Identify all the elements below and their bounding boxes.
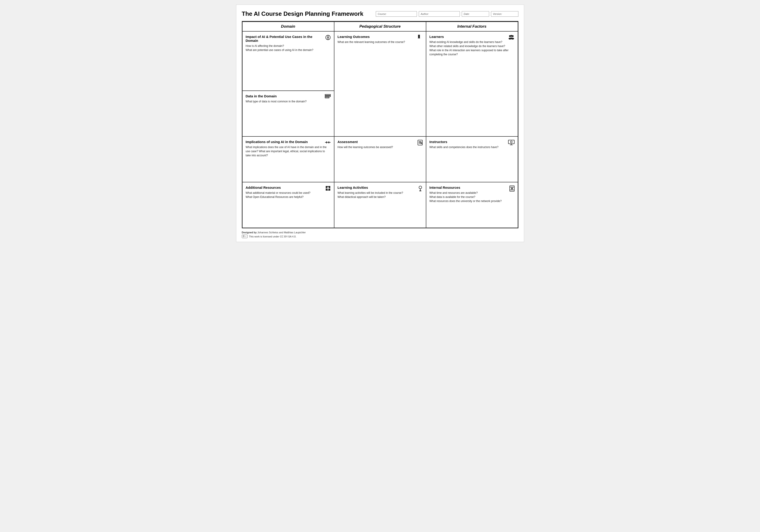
svg-marker-4	[418, 35, 420, 39]
page: The AI Course Design Planning Framework …	[236, 5, 524, 242]
card-domain-data: Data in the Domain What type of data is …	[242, 91, 334, 136]
svg-point-7	[510, 35, 512, 37]
card-assessment-title: Assessment	[338, 140, 423, 144]
card-additional-resources: Additional Resources What additional mat…	[242, 182, 334, 228]
page-title: The AI Course Design Planning Framework	[242, 10, 363, 17]
footer-designers: Johannes Schleiss and Matthias Laupichle…	[258, 231, 306, 234]
svg-rect-19	[508, 140, 514, 144]
card-learners: Learners What existing AI knowledge and …	[426, 31, 518, 136]
main-grid: Domain Pedagogical Structure Internal Fa…	[242, 21, 518, 228]
card-learning-outcomes-title: Learning Outcomes	[338, 35, 423, 39]
card-learning-outcomes-body: What are the relevant learning outcomes …	[338, 40, 423, 44]
card-additional-resources-title: Additional Resources	[246, 186, 331, 190]
svg-rect-13	[325, 97, 329, 98]
instructors-icon	[508, 140, 514, 147]
version-label: Version:	[493, 13, 502, 15]
internal-resources-icon	[509, 186, 514, 193]
svg-point-25	[419, 186, 422, 189]
domain-impact-icon	[325, 35, 331, 42]
course-field[interactable]: Course:	[376, 11, 417, 17]
col3-header: Internal Factors	[426, 22, 518, 31]
date-label: Date:	[464, 13, 470, 15]
version-field[interactable]: Version:	[491, 11, 518, 17]
card-instructors-title: Instructors	[429, 140, 514, 144]
card-domain-implications-body: What implications does the use of AI hav…	[246, 145, 331, 157]
card-learning-outcomes: Learning Outcomes What are the relevant …	[334, 31, 426, 136]
additional-resources-icon: +	[325, 186, 331, 193]
svg-point-1	[327, 37, 329, 38]
svg-rect-18	[421, 143, 422, 144]
card-assessment: Assessment How will the learning outcome…	[334, 136, 426, 182]
card-internal-resources-body: What time and resources are available?Wh…	[429, 191, 514, 203]
header-fields: Course: Author: Date: Version:	[376, 11, 518, 17]
footer-designed-label: Designed by	[242, 231, 257, 234]
card-learners-body: What existing AI knowledge and skills do…	[429, 40, 514, 57]
card-internal-resources-title: Internal Resources	[429, 186, 514, 190]
card-learning-activities-title: Learning Activities	[338, 186, 423, 190]
assessment-icon	[418, 140, 423, 147]
footer-designed-by: Designed by Johannes Schleiss and Matthi…	[242, 231, 518, 234]
learners-icon	[508, 35, 514, 41]
date-field[interactable]: Date:	[462, 11, 489, 17]
card-learners-title: Learners	[429, 35, 514, 39]
svg-marker-34	[511, 187, 513, 190]
footer: Designed by Johannes Schleiss and Matthi…	[242, 231, 518, 238]
card-instructors-body: What skills and competencies does the in…	[429, 145, 514, 149]
card-domain-implications-title: Implications of using AI in the Domain	[246, 140, 331, 144]
card-domain-data-title: Data in the Domain	[246, 94, 331, 98]
card-assessment-body: How will the learning outcomes be assess…	[338, 145, 423, 149]
cc-badge: © ○	[242, 235, 248, 238]
domain-implications-icon	[325, 140, 331, 146]
header: The AI Course Design Planning Framework …	[242, 10, 518, 17]
author-field[interactable]: Author:	[419, 11, 460, 17]
course-label: Course:	[378, 13, 387, 15]
card-instructors: Instructors What skills and competencies…	[426, 136, 518, 182]
card-additional-resources-body: What additional material or resources co…	[246, 191, 331, 199]
card-domain-impact: Impact of AI & Potential Use Cases in th…	[242, 31, 334, 91]
card-learning-activities: Learning Activities What learning activi…	[334, 182, 426, 228]
card-domain-impact-title: Impact of AI & Potential Use Cases in th…	[246, 35, 331, 42]
col1-header: Domain	[242, 22, 334, 31]
svg-text:+: +	[327, 187, 329, 190]
footer-license: © ○ This work is licensed under CC BY-SA…	[242, 235, 518, 238]
card-domain-data-body: What type of data is most common in the …	[246, 99, 331, 104]
footer-license-text: This work is licensed under CC BY-SA 4.0…	[249, 235, 296, 238]
learning-outcomes-icon	[418, 35, 423, 42]
card-domain-impact-body: How is AI affecting the domain?What are …	[246, 44, 331, 52]
card-internal-resources: Internal Resources What time and resourc…	[426, 182, 518, 228]
col2-header: Pedagogical Structure	[334, 22, 426, 31]
domain-data-icon	[325, 94, 331, 101]
svg-point-22	[510, 141, 512, 143]
card-learning-activities-body: What learning activities will be include…	[338, 191, 423, 199]
author-label: Author:	[421, 13, 429, 15]
svg-rect-12	[325, 96, 331, 97]
svg-point-10	[510, 37, 513, 39]
learning-activities-icon	[418, 186, 423, 193]
svg-rect-11	[325, 94, 331, 95]
card-domain-implications: Implications of using AI in the Domain W…	[242, 136, 334, 182]
